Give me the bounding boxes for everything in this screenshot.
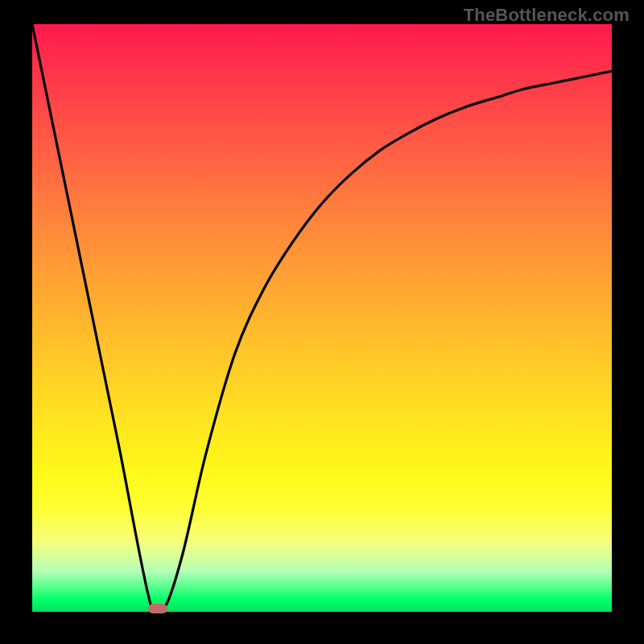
watermark-text: TheBottleneck.com <box>464 5 630 26</box>
plot-area <box>32 24 612 612</box>
optimal-marker <box>148 604 167 613</box>
chart-frame: TheBottleneck.com <box>0 0 644 644</box>
bottleneck-curve <box>32 24 612 612</box>
